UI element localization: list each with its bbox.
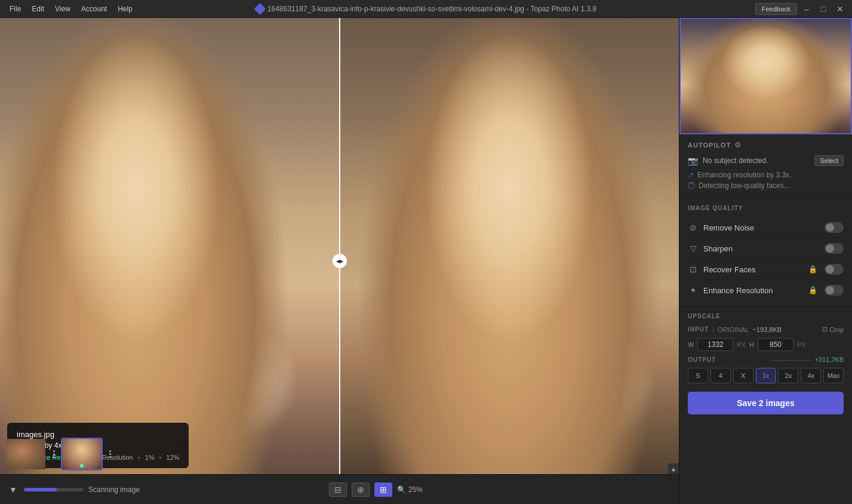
output-size-divider: —————— bbox=[771, 356, 811, 363]
filmstrip-toggle-button[interactable]: ▼ bbox=[7, 484, 19, 496]
menu-file[interactable]: File bbox=[5, 2, 26, 16]
output-row: OUTPUT —————— +311,7KB bbox=[688, 356, 844, 363]
remove-noise-item: ⊘ Remove Noise bbox=[688, 217, 844, 238]
spinner-icon bbox=[688, 182, 695, 189]
bottom-left: ▼ Scanning image bbox=[7, 484, 140, 496]
image-right bbox=[340, 18, 679, 504]
maximize-button[interactable]: □ bbox=[816, 3, 831, 15]
pct1: 1% bbox=[145, 454, 155, 461]
feedback-button[interactable]: Feedback bbox=[755, 3, 797, 15]
crop-button[interactable]: ⊡ Crop bbox=[822, 325, 844, 333]
recover-faces-lock-icon: 🔒 bbox=[808, 265, 817, 273]
film-menu-2[interactable] bbox=[105, 442, 115, 466]
filmstrip-thumb-1[interactable] bbox=[5, 438, 47, 471]
scan-progress: Scanning image bbox=[24, 485, 140, 494]
scan-text: Scanning image bbox=[88, 485, 140, 494]
enhance-resolution-label: Enhance Resolution bbox=[703, 286, 804, 295]
subject-detection-row: 📷 No subject detected. Select bbox=[688, 155, 844, 166]
enhancing-text: Enhancing resolution by 3.3x. bbox=[697, 171, 791, 179]
main-layout: images.jpg Upscale by 4x ✦ Enhance Resol… bbox=[0, 18, 852, 504]
sharpen-toggle[interactable] bbox=[825, 243, 844, 254]
progress-bar-fill bbox=[24, 488, 57, 491]
enhance-resolution-icon: ✦ bbox=[688, 285, 699, 295]
filmstrip-menu-2 bbox=[105, 442, 115, 466]
sharpen-item: ▽ Sharpen bbox=[688, 238, 844, 259]
dot-separator-2: • bbox=[159, 454, 161, 461]
dot-separator-1: • bbox=[138, 454, 140, 461]
recover-faces-item: ⊡ Recover Faces 🔒 bbox=[688, 259, 844, 280]
remove-noise-icon: ⊘ bbox=[688, 223, 699, 232]
detecting-text: Detecting low-quality faces... bbox=[699, 182, 790, 190]
sharpen-thumb bbox=[826, 244, 834, 253]
menu-help[interactable]: Help bbox=[113, 2, 137, 16]
pipe-separator: | bbox=[712, 326, 714, 333]
image-thumbnail bbox=[679, 18, 852, 134]
height-unit: PX bbox=[797, 341, 806, 348]
autopilot-header: AUTOPILOT ⚙ bbox=[688, 140, 844, 149]
enhancing-status-row: ↗ Enhancing resolution by 3.3x. bbox=[688, 171, 844, 179]
menu-edit[interactable]: Edit bbox=[27, 2, 49, 16]
scale-s-button[interactable]: S bbox=[688, 368, 708, 383]
menu-bar: File Edit View Account Help bbox=[0, 2, 137, 16]
width-unit: PX bbox=[737, 341, 746, 348]
scroll-up-button[interactable]: ▲ bbox=[668, 463, 679, 474]
view-split-vertical-button[interactable]: ⊟ bbox=[329, 483, 347, 497]
remove-noise-toggle[interactable] bbox=[825, 222, 844, 233]
height-input[interactable] bbox=[758, 338, 793, 351]
titlebar-center: 1648631187_3-krasavica-info-p-krasivie-d… bbox=[256, 5, 596, 13]
split-handle[interactable] bbox=[333, 254, 347, 268]
view-side-by-side-button[interactable]: ⊞ bbox=[374, 483, 392, 497]
output-file-size: +311,7KB bbox=[814, 356, 844, 363]
image-panel-right bbox=[340, 18, 679, 504]
sharpen-icon: ▽ bbox=[688, 244, 699, 253]
enhance-resolution-thumb bbox=[826, 286, 834, 294]
remove-noise-label: Remove Noise bbox=[703, 223, 820, 232]
save-button[interactable]: Save 2 images bbox=[688, 392, 844, 414]
enhance-resolution-toggle[interactable] bbox=[825, 285, 844, 296]
recover-faces-toggle[interactable] bbox=[825, 264, 844, 275]
width-input[interactable] bbox=[697, 338, 733, 351]
subject-text: No subject detected. bbox=[703, 156, 810, 165]
output-label: OUTPUT bbox=[688, 357, 768, 363]
scale-4-button[interactable]: 4 bbox=[710, 368, 731, 383]
filmstrip-thumb-2[interactable] bbox=[61, 438, 103, 471]
autopilot-label: AUTOPILOT bbox=[688, 142, 731, 149]
image-quality-title: IMAGE QUALITY bbox=[688, 205, 844, 211]
minimize-button[interactable]: – bbox=[799, 3, 814, 15]
thumb-img-1 bbox=[6, 439, 45, 469]
enhance-resolution-item: ✦ Enhance Resolution 🔒 bbox=[688, 280, 844, 300]
window-title: 1648631187_3-krasavica-info-p-krasivie-d… bbox=[267, 5, 596, 13]
width-label: W bbox=[688, 341, 694, 348]
image-quality-section: IMAGE QUALITY ⊘ Remove Noise ▽ Sharpen ⊡ bbox=[679, 199, 852, 307]
crop-icon: ⊡ bbox=[822, 325, 828, 333]
topaz-logo-icon bbox=[254, 3, 266, 15]
close-button[interactable]: ✕ bbox=[833, 3, 847, 15]
recover-faces-thumb bbox=[826, 265, 834, 273]
zoom-display: 🔍 25% bbox=[397, 485, 423, 494]
film-menu-1[interactable] bbox=[49, 442, 59, 466]
sharpen-label: Sharpen bbox=[703, 244, 820, 253]
menu-view[interactable]: View bbox=[50, 2, 75, 16]
scale-4x-button[interactable]: 4x bbox=[801, 368, 821, 383]
recover-faces-icon: ⊡ bbox=[688, 265, 699, 274]
scale-2x-button[interactable]: 2x bbox=[778, 368, 798, 383]
filmstrip bbox=[0, 434, 119, 474]
upscale-title: UPSCALE bbox=[688, 313, 844, 319]
remove-noise-thumb bbox=[826, 223, 834, 232]
upscale-section: UPSCALE INPUT | ORIGINAL ~193,8KB ⊡ Crop… bbox=[679, 307, 852, 420]
autopilot-gear-icon[interactable]: ⚙ bbox=[734, 140, 742, 149]
scale-1x-button[interactable]: 1x bbox=[756, 368, 776, 383]
scale-x-button[interactable]: X bbox=[733, 368, 753, 383]
height-label: H bbox=[749, 341, 754, 348]
scale-max-button[interactable]: Max bbox=[823, 368, 844, 383]
canvas-area[interactable]: images.jpg Upscale by 4x ✦ Enhance Resol… bbox=[0, 18, 679, 504]
recover-faces-label: Recover Faces bbox=[703, 265, 804, 274]
select-subject-button[interactable]: Select bbox=[814, 155, 844, 166]
bottom-center: ⊟ ⊕ ⊞ 🔍 25% bbox=[329, 483, 423, 497]
film-thumb-active-dot bbox=[80, 464, 84, 468]
view-split-horizontal-button[interactable]: ⊕ bbox=[352, 483, 370, 497]
zoom-value: 25% bbox=[408, 485, 423, 494]
menu-account[interactable]: Account bbox=[76, 2, 112, 16]
enhance-resolution-lock-icon: 🔒 bbox=[808, 286, 817, 294]
autopilot-section: AUTOPILOT ⚙ 📷 No subject detected. Selec… bbox=[679, 134, 852, 199]
